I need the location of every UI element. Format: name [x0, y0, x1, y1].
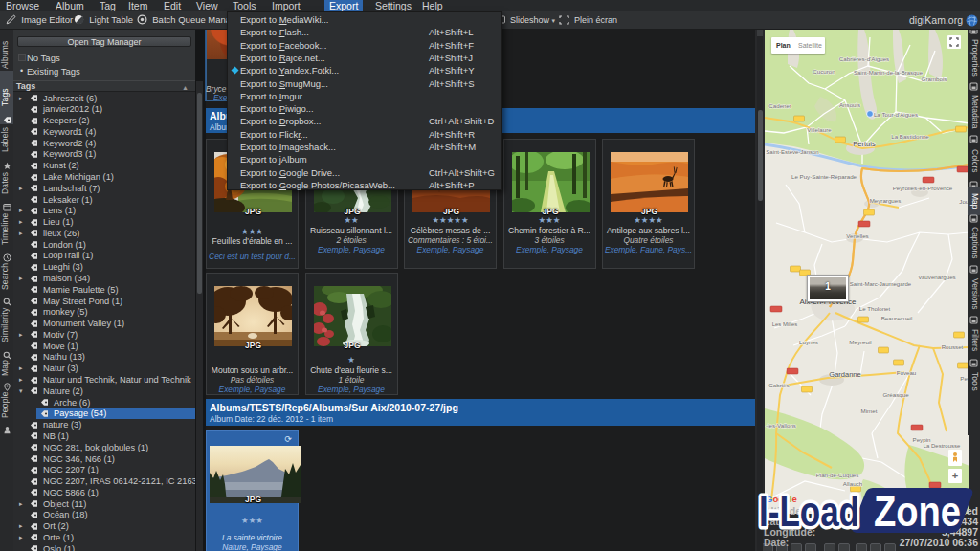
- svg-text:Cadenet: Cadenet: [768, 102, 791, 109]
- svg-text:Ansouis: Ansouis: [839, 101, 860, 108]
- svg-text:La Destrousse: La Destrousse: [924, 443, 961, 449]
- svg-text:Meyreuil: Meyreuil: [849, 339, 871, 345]
- svg-text:Peyrolles-en-Provence: Peyrolles-en-Provence: [893, 185, 953, 191]
- svg-text:Vauvenargues: Vauvenargues: [918, 274, 955, 280]
- svg-text:Zone: Zone: [874, 488, 961, 535]
- svg-text:Venelles: Venelles: [846, 232, 868, 239]
- svg-text:I-Load: I-Load: [759, 488, 859, 535]
- svg-text:Les Milles: Les Milles: [772, 321, 798, 327]
- svg-text:Meyrargues: Meyrargues: [870, 197, 902, 204]
- svg-text:Cucuron: Cucuron: [813, 68, 835, 75]
- svg-text:Gréasque: Gréasque: [882, 391, 909, 398]
- svg-text:Rousset: Rousset: [942, 343, 964, 350]
- svg-text:Luynes: Luynes: [799, 339, 818, 345]
- svg-text:Le Tholonet: Le Tholonet: [859, 305, 891, 312]
- svg-text:Beaurecueil: Beaurecueil: [881, 315, 913, 321]
- svg-text:Saint-Martin-de-la-Brasque: Saint-Martin-de-la-Brasque: [854, 70, 924, 76]
- svg-text:Cabrières-d'Aigues: Cabrières-d'Aigues: [839, 55, 889, 62]
- svg-text:Peypin: Peypin: [913, 436, 931, 443]
- svg-text:La Tour-d'Aigues: La Tour-d'Aigues: [874, 111, 918, 118]
- svg-text:Pertuis: Pertuis: [853, 140, 876, 148]
- svg-text:Plan-de-Cuques: Plan-de-Cuques: [816, 472, 859, 478]
- svg-text:Grambois: Grambois: [922, 76, 947, 82]
- svg-text:Le Puy-Sainte-Réparade: Le Puy-Sainte-Réparade: [791, 173, 858, 180]
- svg-text:Fuveau: Fuveau: [897, 369, 917, 376]
- svg-text:Cabriès: Cabriès: [768, 382, 789, 388]
- svg-text:Saint-Marc-Jaumegarde: Saint-Marc-Jaumegarde: [850, 281, 912, 287]
- svg-text:-les-Vallons: -les-Vallons: [766, 422, 796, 429]
- svg-text:Villelaure: Villelaure: [807, 126, 832, 133]
- svg-text:La Bastidonne: La Bastidonne: [891, 133, 929, 140]
- svg-text:Gardanne: Gardanne: [829, 370, 860, 379]
- svg-text:Saint-Estève-Janson: Saint-Estève-Janson: [766, 149, 818, 155]
- svg-text:Mimet: Mimet: [861, 408, 878, 414]
